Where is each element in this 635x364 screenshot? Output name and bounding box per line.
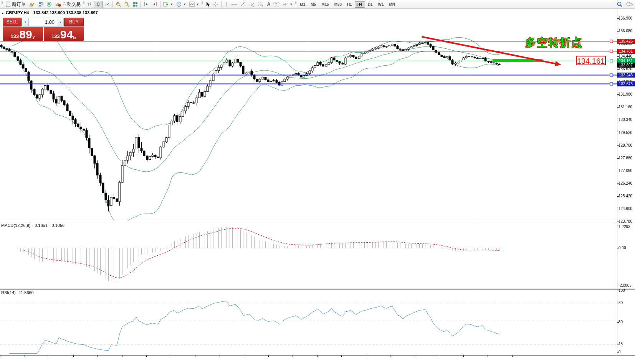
volume-input[interactable]: 1.00 — [29, 18, 57, 26]
timeframe-w1[interactable]: W1 — [375, 1, 386, 8]
macd-label: MACD(12,26,9) -0.1651 -0.1056 — [1, 223, 64, 228]
text-button[interactable]: A — [266, 1, 272, 8]
timeframe-d1[interactable]: D1 — [365, 1, 375, 8]
zoom-in-button[interactable] — [114, 1, 122, 8]
buy-price-sup: 5 — [73, 35, 76, 40]
mt4-window: 新订单 自动交易 ▼ ▼ ▼ E F A T ▼ — [0, 0, 635, 364]
collapse-icon[interactable]: ▲ — [1, 12, 4, 15]
cursor-button[interactable] — [204, 1, 212, 8]
chevron-down-icon: ▼ — [183, 3, 186, 6]
auto-trading-label: 自动交易 — [62, 1, 81, 8]
trendline-button[interactable] — [239, 1, 247, 8]
cursor-icon — [205, 2, 210, 7]
hline-price-tag: 133.243 — [617, 73, 635, 78]
profiles-button[interactable] — [36, 1, 45, 8]
new-order-button[interactable]: 新订单 — [4, 1, 27, 8]
rsi-axis-label: 80 — [618, 301, 623, 305]
chat-icon — [626, 2, 633, 7]
zoom-out-button[interactable] — [122, 1, 131, 8]
bid-price-tag: 133.897 — [617, 63, 635, 68]
chart-canvas[interactable] — [0, 0, 635, 364]
toolbar-grip[interactable] — [2, 1, 3, 7]
timeframe-mn[interactable]: MN — [386, 1, 398, 8]
svg-text:F: F — [262, 5, 264, 7]
vertical-line-button[interactable] — [223, 1, 230, 8]
volume-spinner: ▼ 1.00 ▲ — [21, 18, 64, 26]
profiles-icon — [38, 2, 43, 7]
chevron-down-icon: ▼ — [289, 3, 293, 6]
chat-button[interactable] — [624, 1, 634, 8]
sell-price-button[interactable]: 133 89 7 — [3, 27, 43, 41]
line-chart-button[interactable] — [103, 1, 111, 8]
horizontal-line-button[interactable] — [230, 1, 239, 8]
price-axis-label: 131.160 — [618, 105, 632, 109]
price-callout-box[interactable]: 134.161 — [576, 56, 606, 65]
price-axis-label: 125.420 — [618, 194, 632, 198]
channel-button[interactable]: E — [247, 1, 256, 8]
price-axis-label: 127.880 — [618, 156, 632, 160]
chevron-down-icon: ▼ — [170, 3, 173, 6]
text-icon: A — [267, 2, 271, 7]
buy-price-button[interactable]: 133 94 5 — [44, 27, 84, 41]
macd-axis-label: -2.0003 — [618, 283, 632, 288]
crosshair-icon — [213, 2, 218, 7]
timeframe-h1[interactable]: H1 — [344, 1, 355, 8]
trendline-icon — [240, 2, 246, 7]
annotation-text[interactable]: 多空转折点 — [525, 35, 583, 50]
timeframe-m30[interactable]: M30 — [332, 1, 344, 8]
timeframe-m15[interactable]: M15 — [319, 1, 331, 8]
new-chart-button[interactable]: ▼ — [162, 1, 175, 8]
zoom-in-icon — [116, 2, 121, 7]
rsi-axis-label: 0 — [618, 350, 621, 354]
macd-axis-label: 1.2293 — [618, 225, 630, 229]
svg-text:T: T — [275, 3, 277, 6]
toolbar: 新订单 自动交易 ▼ ▼ ▼ E F A T ▼ — [0, 0, 635, 9]
timeframe-m5[interactable]: M5 — [308, 1, 319, 8]
market-watch-button[interactable] — [45, 1, 54, 8]
timeframe-h4[interactable]: H4 — [355, 1, 365, 8]
buy-price-small: 133 — [51, 33, 60, 39]
tile-windows-button[interactable] — [131, 1, 139, 8]
search-button[interactable] — [615, 1, 624, 8]
price-axis-label: 133.620 — [618, 67, 632, 71]
chart-shift-button[interactable] — [150, 1, 159, 8]
crosshair-button[interactable] — [212, 1, 220, 8]
candlestick-chart-button[interactable] — [94, 1, 103, 8]
fibonacci-button[interactable]: F — [256, 1, 266, 8]
horizontal-line-icon — [231, 2, 237, 7]
new-chart-icon — [163, 2, 169, 7]
label-icon: T — [273, 2, 279, 7]
bar-chart-button[interactable] — [85, 1, 94, 8]
rsi-axis-label: 50 — [618, 320, 623, 324]
auto-scroll-button[interactable] — [142, 1, 150, 8]
volume-increase-button[interactable]: ▲ — [57, 18, 64, 26]
indicators-menu-button[interactable]: ▼ — [188, 1, 201, 8]
hline-price-tag: 132.673 — [617, 81, 635, 86]
price-axis-label: 127.060 — [618, 169, 632, 173]
chart-shift-icon — [152, 2, 157, 7]
buy-button[interactable]: BUY — [64, 18, 84, 26]
timeframe-m1[interactable]: M1 — [297, 1, 308, 8]
label-button[interactable]: T — [272, 1, 281, 8]
autotrade-button[interactable]: 自动交易 — [54, 1, 82, 8]
accounts-icon — [29, 2, 35, 7]
price-axis-label: 123.780 — [618, 219, 632, 223]
hline-price-tag: 134.781 — [617, 49, 635, 54]
volume-decrease-button[interactable]: ▼ — [22, 18, 29, 26]
price-axis-label: 128.700 — [618, 143, 632, 147]
symbol-title: GBPJPY,H4 — [6, 10, 29, 15]
period-menu-button[interactable]: ▼ — [175, 1, 188, 8]
shapes-button[interactable]: ▼ — [281, 1, 294, 8]
channel-icon: E — [249, 2, 255, 7]
sell-price-small: 133 — [11, 33, 19, 39]
zoom-out-icon — [124, 2, 129, 7]
sell-button[interactable]: SELL — [3, 18, 21, 26]
search-icon — [617, 1, 623, 7]
accounts-button[interactable] — [27, 1, 36, 8]
one-click-trading-panel: SELL ▼ 1.00 ▲ BUY 133 89 7 133 94 5 — [3, 18, 84, 41]
rsi-axis-label: 15 — [618, 342, 623, 346]
sell-price-big: 89 — [19, 29, 32, 40]
rsi-label: RSI(14) 41.5660 — [1, 290, 34, 295]
price-axis-label: 124.600 — [618, 207, 632, 211]
price-axis-label: 129.520 — [618, 131, 632, 135]
